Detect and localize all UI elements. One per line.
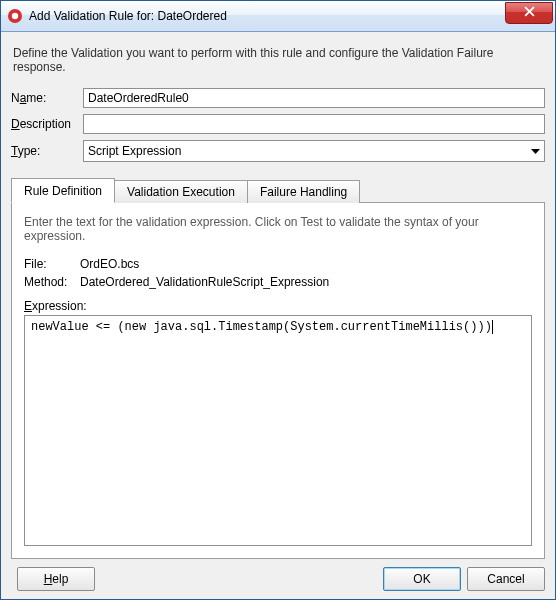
type-label: Type: [11, 144, 83, 158]
svg-point-1 [12, 13, 18, 19]
help-button[interactable]: Help [17, 567, 95, 591]
dialog-intro: Define the Validation you want to perfor… [13, 46, 543, 74]
panel-intro: Enter the text for the validation expres… [24, 215, 532, 243]
close-icon [524, 6, 535, 20]
expression-text: newValue <= (new java.sql.Timestamp(Syst… [31, 320, 492, 334]
app-icon [7, 8, 23, 24]
type-select[interactable]: Script Expression [83, 140, 545, 162]
tab-panel-rule-definition: Enter the text for the validation expres… [11, 202, 545, 559]
tab-failure-handling[interactable]: Failure Handling [248, 180, 360, 203]
type-select-value: Script Expression [88, 144, 181, 158]
tabs: Rule Definition Validation Execution Fai… [11, 178, 545, 559]
file-value: OrdEO.bcs [80, 257, 139, 271]
button-row: Help OK Cancel [11, 567, 545, 591]
tab-strip: Rule Definition Validation Execution Fai… [11, 178, 545, 202]
row-description: Description [11, 114, 545, 134]
method-label: Method: [24, 275, 80, 289]
description-input[interactable] [83, 114, 545, 134]
row-method: Method: DateOrdered_ValidationRuleScript… [24, 275, 532, 289]
expression-label: Expression: [24, 299, 532, 313]
expression-textarea[interactable]: newValue <= (new java.sql.Timestamp(Syst… [24, 315, 532, 546]
row-name: Name: [11, 88, 545, 108]
method-value: DateOrdered_ValidationRuleScript_Express… [80, 275, 329, 289]
text-caret [492, 320, 493, 334]
cancel-button[interactable]: Cancel [467, 567, 545, 591]
row-type: Type: Script Expression [11, 140, 545, 162]
client-area: Define the Validation you want to perfor… [1, 32, 555, 599]
row-file: File: OrdEO.bcs [24, 257, 532, 271]
chevron-down-icon [531, 144, 540, 158]
window-title: Add Validation Rule for: DateOrdered [29, 9, 505, 23]
tab-validation-execution[interactable]: Validation Execution [115, 180, 248, 203]
name-label: Name: [11, 91, 83, 105]
titlebar: Add Validation Rule for: DateOrdered [1, 1, 555, 32]
ok-button[interactable]: OK [383, 567, 461, 591]
close-button[interactable] [505, 2, 553, 24]
name-input[interactable] [83, 88, 545, 108]
file-label: File: [24, 257, 80, 271]
tab-rule-definition[interactable]: Rule Definition [11, 178, 115, 203]
dialog-window: Add Validation Rule for: DateOrdered Def… [0, 0, 556, 600]
description-label: Description [11, 117, 83, 131]
